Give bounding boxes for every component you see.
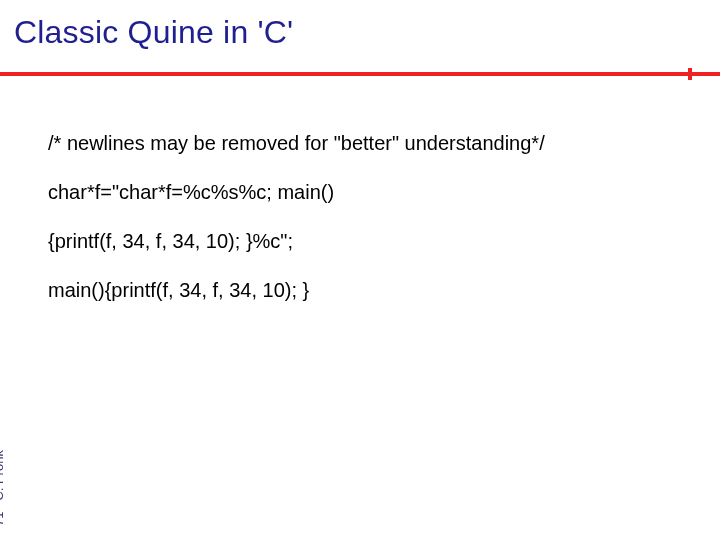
page-number: 71 [0,512,6,526]
footer-label: 71 C. Pronk [0,450,6,526]
rule-tick-icon [688,68,692,80]
code-line: {printf(f, 34, f, 34, 10); }%c"; [48,230,690,253]
horizontal-rule [0,72,720,76]
author-name: C. Pronk [0,450,6,501]
code-line: main(){printf(f, 34, f, 34, 10); } [48,279,690,302]
slide-body: /* newlines may be removed for "better" … [48,132,690,328]
divider [0,72,720,76]
slide-title: Classic Quine in 'C' [14,14,293,51]
code-line: /* newlines may be removed for "better" … [48,132,690,155]
slide: Classic Quine in 'C' /* newlines may be … [0,0,720,540]
code-line: char*f="char*f=%c%s%c; main() [48,181,690,204]
